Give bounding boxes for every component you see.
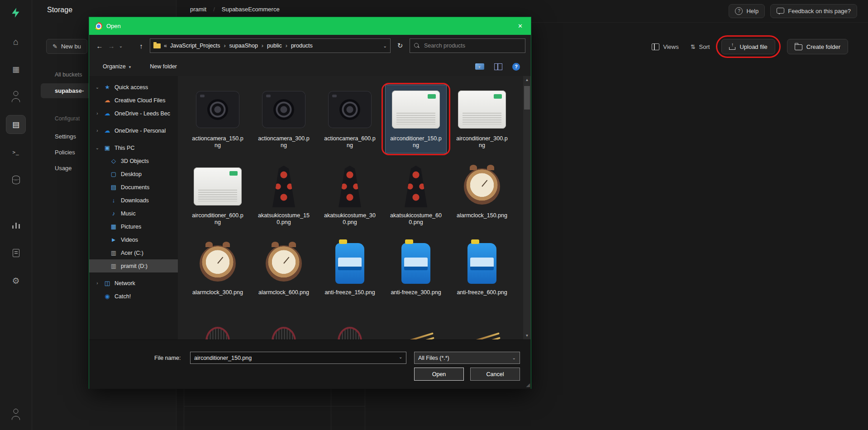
path-crumb[interactable]: JavaScript_Projects: [170, 43, 229, 49]
tree-item[interactable]: Catch!: [89, 290, 178, 303]
breadcrumb-project[interactable]: SupabaseEcommerce: [222, 6, 280, 13]
tree-item[interactable]: Acer (C:): [89, 246, 178, 259]
tree-item[interactable]: pramit (D:): [89, 259, 178, 272]
file-item[interactable]: actioncamera_150.png: [187, 85, 248, 153]
rail-item-sql-editor[interactable]: [6, 143, 25, 161]
file-item[interactable]: anti-freeze_300.png: [386, 239, 446, 307]
file-name-input[interactable]: [190, 352, 406, 364]
change-view-icon[interactable]: [475, 63, 484, 70]
preview-pane-icon[interactable]: [494, 63, 502, 70]
nav-rail: [0, 0, 32, 430]
tree-expander-icon[interactable]: ›: [95, 111, 100, 116]
upload-file-button[interactable]: Upload file: [721, 39, 775, 54]
file-item[interactable]: actioncamera_300.png: [253, 85, 314, 153]
tree-expander-icon[interactable]: ⌄: [95, 85, 100, 90]
file-item[interactable]: alarmclock_300.png: [187, 239, 248, 307]
scrollbar-thumb[interactable]: [524, 86, 530, 110]
file-item[interactable]: anti-freeze_150.png: [320, 239, 380, 307]
file-item[interactable]: akatsukicostume_600.png: [386, 162, 446, 230]
views-icon: [652, 43, 659, 50]
forward-button[interactable]: →: [105, 42, 117, 50]
rail-item-home[interactable]: [6, 33, 25, 51]
up-button[interactable]: ↑: [135, 42, 147, 50]
storage-nav-item-settings[interactable]: Settings: [55, 133, 76, 141]
tree-item[interactable]: Desktop: [89, 167, 178, 181]
rail-item-table-editor[interactable]: [6, 60, 25, 78]
file-item[interactable]: anti-freeze_600.png: [452, 239, 512, 307]
file-type-select[interactable]: All Files (*.*) ⌄: [414, 352, 520, 364]
tree-item[interactable]: 3D Objects: [89, 154, 178, 167]
address-bar[interactable]: « JavaScript_Projects supaaShop public p…: [150, 38, 391, 53]
storage-nav-item-policies[interactable]: Policies: [55, 149, 76, 157]
rail-item-storage[interactable]: [6, 115, 25, 134]
history-dropdown[interactable]: ⌄: [117, 43, 124, 48]
breadcrumb-overflow[interactable]: «: [164, 43, 167, 49]
refresh-button[interactable]: ↻: [393, 38, 407, 53]
open-file-dialog: Open ✕ ← → ⌄ ↑ « JavaScript_Projects sup…: [89, 17, 531, 389]
file-item[interactable]: [320, 316, 380, 339]
path-crumb[interactable]: products: [291, 43, 320, 49]
file-item[interactable]: akatsukicostume_300.png: [320, 162, 380, 230]
file-item[interactable]: [187, 316, 248, 339]
file-item[interactable]: actioncamera_600.png: [320, 85, 380, 153]
rail-item-database[interactable]: [6, 171, 25, 189]
breadcrumb-org[interactable]: pramit: [190, 6, 206, 13]
new-folder-button[interactable]: New folder: [150, 63, 177, 70]
tree-item[interactable]: Creative Cloud Files: [89, 94, 178, 107]
tree-expander-icon[interactable]: ›: [95, 281, 100, 286]
tree-item[interactable]: › OneDrive - Personal: [89, 124, 178, 137]
storage-nav-item-usage[interactable]: Usage: [55, 165, 76, 172]
command-bar: Organize New folder ?: [89, 57, 531, 76]
tree-item[interactable]: ⌄ Quick access: [89, 81, 178, 94]
dialog-titlebar[interactable]: Open: [89, 17, 531, 35]
scrollbar[interactable]: [523, 76, 531, 339]
path-breadcrumb: JavaScript_Projects supaaShop public pro…: [170, 43, 320, 49]
file-item[interactable]: [253, 316, 314, 339]
rail-item-logs[interactable]: [6, 244, 25, 262]
resize-grip[interactable]: [526, 382, 530, 388]
rail-item-settings[interactable]: [6, 272, 25, 290]
close-button[interactable]: ✕: [510, 17, 531, 35]
help-button[interactable]: Help: [729, 4, 765, 18]
open-button[interactable]: Open: [414, 368, 464, 381]
tree-item[interactable]: Documents: [89, 181, 178, 194]
file-item[interactable]: airconditioner_150.png: [386, 85, 446, 153]
address-dropdown-icon[interactable]: ⌄: [383, 43, 387, 48]
views-button[interactable]: Views: [652, 43, 678, 50]
scroll-up-icon[interactable]: [523, 76, 531, 84]
back-button[interactable]: ←: [94, 42, 105, 50]
file-item[interactable]: airconditioner_600.png: [187, 162, 248, 230]
path-crumb[interactable]: public: [267, 43, 291, 49]
path-crumb[interactable]: supaaShop: [229, 43, 267, 49]
file-item[interactable]: airconditioner_300.png: [452, 85, 512, 153]
organize-menu[interactable]: Organize: [103, 63, 131, 70]
supabase-logo[interactable]: [0, 0, 32, 25]
file-item[interactable]: [452, 316, 512, 339]
file-item[interactable]: akatsukicostume_150.png: [253, 162, 314, 230]
tree-item[interactable]: › OneDrive - Leeds Bec: [89, 107, 178, 120]
rail-item-auth[interactable]: [6, 88, 25, 106]
dialog-help-icon[interactable]: ?: [512, 63, 520, 71]
rail-item-reports[interactable]: [6, 216, 25, 234]
tree-item[interactable]: Videos: [89, 233, 178, 246]
tree-item[interactable]: ⌄ This PC: [89, 141, 178, 154]
file-item[interactable]: alarmclock_150.png: [452, 162, 512, 230]
search-input[interactable]: [423, 42, 521, 49]
feedback-button[interactable]: Feedback on this page?: [770, 4, 857, 18]
new-bucket-button[interactable]: ✎ New bu: [46, 39, 87, 54]
file-item[interactable]: [386, 316, 446, 339]
create-folder-button[interactable]: Create folder: [787, 39, 848, 54]
folder-plus-icon: [795, 44, 802, 50]
cancel-button[interactable]: Cancel: [470, 368, 520, 381]
tree-item[interactable]: Downloads: [89, 194, 178, 207]
tree-item[interactable]: Pictures: [89, 220, 178, 233]
tree-item-label: Acer (C:): [121, 250, 143, 256]
tree-item[interactable]: › Network: [89, 277, 178, 290]
rail-item-account[interactable]: [6, 406, 25, 424]
tree-expander-icon[interactable]: ⌄: [95, 145, 100, 150]
file-item[interactable]: alarmclock_600.png: [253, 239, 314, 307]
tree-expander-icon[interactable]: ›: [95, 128, 100, 133]
scroll-down-icon[interactable]: [523, 332, 531, 339]
sort-button[interactable]: Sort: [691, 43, 710, 50]
tree-item[interactable]: Music: [89, 207, 178, 220]
